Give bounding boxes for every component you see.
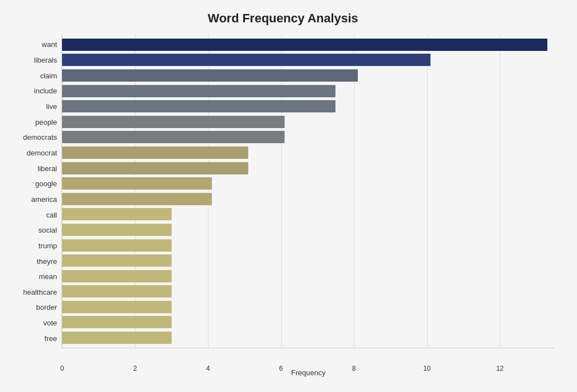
plot-area: 024681012 Frequency bbox=[62, 35, 555, 348]
bar bbox=[62, 332, 172, 344]
bar-row bbox=[62, 284, 555, 299]
bar bbox=[62, 239, 172, 252]
y-label: vote bbox=[11, 315, 57, 331]
y-label: live bbox=[11, 99, 57, 115]
y-label: google bbox=[11, 176, 57, 192]
bar-row bbox=[62, 130, 555, 144]
y-label: people bbox=[11, 114, 57, 130]
y-label: border bbox=[11, 300, 57, 315]
y-label: healthcare bbox=[11, 285, 57, 300]
y-label: claim bbox=[11, 68, 57, 83]
bar bbox=[62, 147, 248, 159]
bar bbox=[62, 208, 172, 220]
bar bbox=[62, 100, 335, 112]
bar-row bbox=[62, 330, 555, 345]
bar bbox=[62, 131, 285, 143]
bar bbox=[62, 177, 212, 190]
bar-row bbox=[62, 161, 555, 176]
bar bbox=[62, 285, 172, 297]
bar-row bbox=[62, 253, 555, 268]
bar-row bbox=[62, 300, 555, 314]
y-label: democrats bbox=[11, 130, 57, 145]
bar bbox=[62, 54, 431, 66]
y-label: america bbox=[11, 192, 57, 207]
y-label: include bbox=[11, 83, 57, 99]
y-label: theyre bbox=[11, 253, 57, 269]
bar-row bbox=[62, 99, 555, 114]
y-axis: wantliberalsclaimincludelivepeopledemocr… bbox=[11, 35, 62, 348]
bars-container bbox=[62, 35, 555, 348]
y-label: mean bbox=[11, 269, 57, 285]
bar bbox=[62, 270, 172, 282]
y-label: social bbox=[11, 223, 57, 238]
bar-row bbox=[62, 37, 555, 52]
bar bbox=[62, 69, 358, 82]
bar-row bbox=[62, 223, 555, 237]
bar-row bbox=[62, 238, 555, 253]
bar bbox=[62, 301, 172, 313]
chart-title: Word Frequency Analysis bbox=[11, 11, 555, 26]
bar-row bbox=[62, 192, 555, 206]
bar-row bbox=[62, 115, 555, 129]
bar-row bbox=[62, 53, 555, 67]
bar bbox=[62, 316, 172, 328]
chart-container: Word Frequency Analysis wantliberalsclai… bbox=[0, 0, 577, 392]
bar bbox=[62, 39, 547, 51]
bar bbox=[62, 254, 172, 267]
y-label: liberals bbox=[11, 53, 57, 68]
bar bbox=[62, 116, 285, 128]
bar bbox=[62, 85, 335, 97]
bar-row bbox=[62, 84, 555, 98]
y-label: call bbox=[11, 207, 57, 223]
y-label: free bbox=[11, 330, 57, 346]
bar-row bbox=[62, 68, 555, 83]
bar-row bbox=[62, 207, 555, 221]
x-axis-label: Frequency bbox=[62, 369, 555, 377]
bar bbox=[62, 224, 172, 236]
bar-row bbox=[62, 269, 555, 284]
bar bbox=[62, 162, 248, 174]
bar-row bbox=[62, 176, 555, 191]
chart-area: wantliberalsclaimincludelivepeopledemocr… bbox=[11, 35, 555, 348]
y-label: liberal bbox=[11, 160, 57, 176]
y-label: want bbox=[11, 37, 57, 53]
y-label: trump bbox=[11, 238, 57, 254]
bar-row bbox=[62, 315, 555, 329]
y-label: democrat bbox=[11, 145, 57, 161]
bar bbox=[62, 193, 212, 205]
bar-row bbox=[62, 145, 555, 160]
